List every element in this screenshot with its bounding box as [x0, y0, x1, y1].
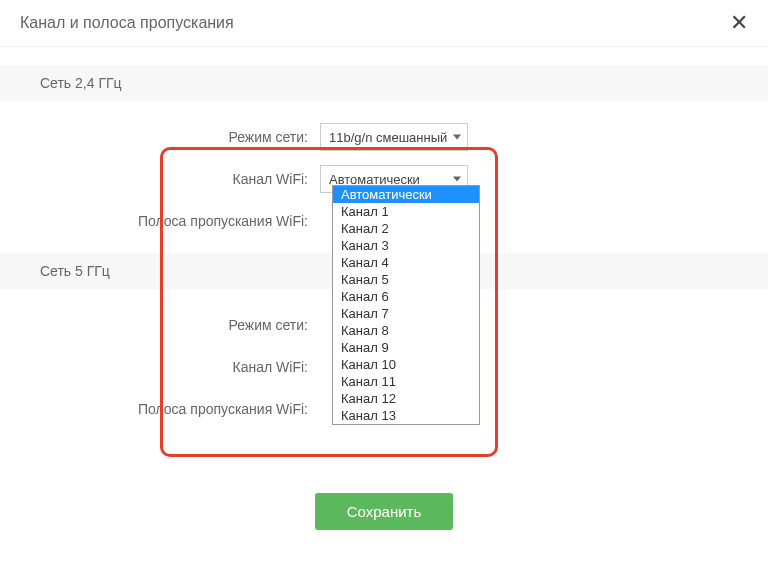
chevron-down-icon — [453, 177, 461, 182]
channel-option[interactable]: Канал 13 — [333, 407, 479, 424]
channel-option[interactable]: Канал 5 — [333, 271, 479, 288]
close-button[interactable]: ✕ — [730, 12, 748, 34]
channel-option[interactable]: Канал 10 — [333, 356, 479, 373]
label-24-channel: Канал WiFi: — [40, 171, 320, 187]
channel-option[interactable]: Канал 12 — [333, 390, 479, 407]
section-24ghz-title: Сеть 2,4 ГГц — [0, 65, 768, 101]
label-5-mode: Режим сети: — [40, 317, 320, 333]
label-5-channel: Канал WiFi: — [40, 359, 320, 375]
channel-option[interactable]: Канал 7 — [333, 305, 479, 322]
channel-option[interactable]: Канал 6 — [333, 288, 479, 305]
channel-option[interactable]: Канал 1 — [333, 203, 479, 220]
channel-option[interactable]: Автоматически — [333, 186, 479, 203]
select-24-mode-value: 11b/g/n смешанный — [329, 130, 447, 145]
row-24-mode: Режим сети: 11b/g/n смешанный — [0, 123, 768, 151]
channel-option[interactable]: Канал 11 — [333, 373, 479, 390]
dialog-header: Канал и полоса пропускания ✕ — [0, 0, 768, 47]
save-button[interactable]: Сохранить — [315, 493, 454, 530]
channel-option[interactable]: Канал 8 — [333, 322, 479, 339]
channel-option[interactable]: Канал 4 — [333, 254, 479, 271]
select-24-mode[interactable]: 11b/g/n смешанный — [320, 123, 468, 151]
label-5-bandwidth: Полоса пропускания WiFi: — [40, 401, 320, 417]
footer: Сохранить — [0, 493, 768, 530]
label-24-bandwidth: Полоса пропускания WiFi: — [40, 213, 320, 229]
channel-option[interactable]: Канал 3 — [333, 237, 479, 254]
channel-option[interactable]: Канал 9 — [333, 339, 479, 356]
label-24-mode: Режим сети: — [40, 129, 320, 145]
channel-dropdown-list[interactable]: АвтоматическиКанал 1Канал 2Канал 3Канал … — [332, 185, 480, 425]
chevron-down-icon — [453, 135, 461, 140]
channel-option[interactable]: Канал 2 — [333, 220, 479, 237]
dialog-title: Канал и полоса пропускания — [20, 14, 234, 32]
